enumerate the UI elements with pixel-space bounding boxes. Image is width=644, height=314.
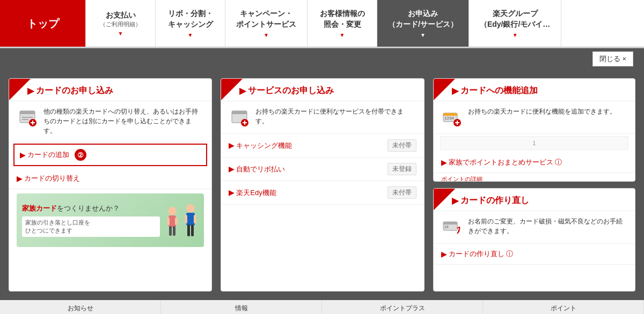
svg-rect-14 xyxy=(186,213,195,226)
svg-rect-10 xyxy=(175,218,178,225)
service-item-revolving-left: ▶ 自動でリボ払い xyxy=(229,165,285,174)
service-item-edy[interactable]: ▶ 楽天Edy機能 未付帯 xyxy=(221,181,423,205)
nav-item-top[interactable]: トップ xyxy=(0,0,86,47)
service-item-revolving[interactable]: ▶ 自動でリボ払い 未登録 xyxy=(221,158,423,181)
card-apply-desc: 他の種類の楽天カードへの切り替え、あるいはお手持ちのカードとは別にカードを申し込… xyxy=(9,101,211,141)
card-add-label: カードの追加 xyxy=(27,150,69,160)
service-cashing-label: キャッシング機能 xyxy=(236,141,292,151)
bottom-tab-news[interactable]: お知らせ xyxy=(0,300,161,314)
card-remake-title: ▶ カードの作り直し xyxy=(441,195,627,206)
svg-text:24: 24 xyxy=(444,225,449,229)
family-card-rest: をつくりませんか？ xyxy=(57,204,120,212)
nav-label-payment: お支払い xyxy=(106,10,136,21)
card-remake-link-label: カードの作り直し ⓘ xyxy=(449,249,514,259)
nav-label-rakuten: 楽天グループ（Edy/銀行/モバイ… xyxy=(480,9,550,29)
card-remake: ▶ カードの作り直し 24 お名前のご変更、カード破損・磁気不良などのお手続きが… xyxy=(433,188,635,291)
nav-sublabel-payment: （ご利用明細） xyxy=(100,20,141,28)
main-content: ▶ カードのお申し込み 他の種類の楽天カードへの切り替え、あるいはお手持ちのカー… xyxy=(0,70,644,300)
header-nav: トップ お支払い （ご利用明細） ▼ リボ・分割・キャッシング ▼ キャンペーン… xyxy=(0,0,644,48)
card-service-icon xyxy=(229,107,250,128)
svg-rect-16 xyxy=(194,215,196,223)
nav-arrow-rakuten: ▼ xyxy=(513,32,518,38)
svg-point-7 xyxy=(168,207,177,215)
service-arrow-icon: ▶ xyxy=(239,86,246,96)
card-switch-link[interactable]: ▶ カードの切り替え xyxy=(9,168,211,189)
svg-point-13 xyxy=(186,204,195,213)
svg-rect-15 xyxy=(185,215,187,223)
card-apply-header: ▶ カードのお申し込み xyxy=(9,79,211,101)
nav-item-rakuten[interactable]: 楽天グループ（Edy/銀行/モバイ… ▼ xyxy=(469,0,561,47)
card-switch-label: カードの切り替え xyxy=(24,174,80,183)
bottom-tab-point-label: ポイント xyxy=(551,304,576,313)
nav-arrow-apply: ▼ xyxy=(420,32,426,38)
card-feature-desc: 1234 お持ちの楽天カードに便利な機能を追加できます。 xyxy=(434,101,635,134)
service-edy-label: 楽天Edy機能 xyxy=(236,188,276,198)
bottom-tab-pointplus[interactable]: ポイントプラス xyxy=(322,300,483,314)
service-revolving-label: 自動でリボ払い xyxy=(236,165,285,174)
nav-arrow-payment: ▼ xyxy=(118,31,123,36)
svg-rect-1 xyxy=(20,111,35,114)
family-card-subdesc: 家族の引き落とし口座をひとつにできます xyxy=(22,216,160,237)
card-remake-desc: 24 お名前のご変更、カード破損・磁気不良などのお手続きができます。 xyxy=(434,211,635,244)
card-remake-header: ▶ カードの作り直し xyxy=(434,189,635,211)
card-add-link[interactable]: ▶ カードの追加 ② xyxy=(13,144,207,166)
nav-item-customer[interactable]: お客様情報の照会・変更 ▼ xyxy=(308,0,377,47)
card-switch-arrow: ▶ xyxy=(17,175,22,183)
service-item-edy-left: ▶ 楽天Edy機能 xyxy=(229,188,276,198)
nav-arrow-revolving: ▼ xyxy=(188,32,193,38)
card-service-title: ▶ サービスのお申し込み xyxy=(229,85,416,96)
card-feature-link[interactable]: ▶ 家族でポイントおまとめサービス ⓘ xyxy=(434,152,635,173)
feature-link-arrow: ▶ xyxy=(441,159,447,167)
nav-label-top: トップ xyxy=(27,16,59,31)
nav-label-revolving: リボ・分割・キャッシング xyxy=(168,9,213,29)
corner-triangle-remake xyxy=(434,189,455,210)
service-item-cashing[interactable]: ▶ キャッシング機能 未付帯 xyxy=(221,134,423,158)
card-feature-text: お持ちの楽天カードに便利な機能を追加できます。 xyxy=(468,107,616,128)
bottom-tab-info[interactable]: 情報 xyxy=(161,300,322,314)
close-button[interactable]: 閉じる × xyxy=(592,51,633,66)
card-remake-text: お名前のご変更、カード破損・磁気不良などのお手続きができます。 xyxy=(468,216,627,238)
service-item-cashing-left: ▶ キャッシング機能 xyxy=(229,141,292,151)
family-card-highlight: 家族カード xyxy=(22,204,57,212)
bottom-tab-point[interactable]: ポイント xyxy=(483,300,644,314)
card-apply-icon xyxy=(17,107,38,128)
svg-rect-18 xyxy=(191,225,194,236)
family-card-banner-inner: 家族カードをつくりませんか？ 家族の引き落とし口座をひとつにできます xyxy=(17,193,204,247)
nav-item-revolving[interactable]: リボ・分割・キャッシング ▼ xyxy=(156,0,225,47)
card-feature-link-label: 家族でポイントおまとめサービス ⓘ xyxy=(449,158,562,167)
nav-item-payment[interactable]: お支払い （ご利用明細） ▼ xyxy=(86,0,156,47)
svg-rect-20 xyxy=(232,111,247,114)
nav-item-apply[interactable]: お申込み（カード/サービス） ▼ xyxy=(377,0,469,47)
card-feature-icon: 1234 xyxy=(441,107,463,128)
bottom-tab-info-label: 情報 xyxy=(235,304,248,313)
card-service: ▶ サービスのお申し込み お持ちの楽天カードに便利なサービスを付帯できます。 ▶… xyxy=(221,78,424,291)
figure-woman xyxy=(164,206,180,238)
point-detail-link[interactable]: ポイントの詳細 xyxy=(434,173,635,182)
family-card-banner[interactable]: 家族カードをつくりませんか？ 家族の引き落とし口座をひとつにできます xyxy=(17,193,204,247)
bottom-tab-pointplus-label: ポイントプラス xyxy=(380,304,425,313)
card-apply-title: ▶ カードのお申し込み xyxy=(17,85,204,96)
nav-arrow-customer: ▼ xyxy=(340,32,345,38)
bottom-tab-news-label: お知らせ xyxy=(68,304,93,313)
service-cashing-arrow: ▶ xyxy=(229,141,234,149)
card-add-badge: ② xyxy=(75,149,86,161)
feature-arrow-icon: ▶ xyxy=(452,86,458,96)
svg-rect-9 xyxy=(167,218,170,225)
card-service-header: ▶ サービスのお申し込み xyxy=(221,79,423,101)
point-summary-placeholder: 1 xyxy=(440,136,628,150)
nav-arrow-campaign: ▼ xyxy=(264,32,269,38)
card-remake-link[interactable]: ▶ カードの作り直し ⓘ xyxy=(434,244,635,265)
svg-rect-11 xyxy=(169,226,172,236)
card-remake-icon: 24 xyxy=(441,216,463,238)
service-edy-arrow: ▶ xyxy=(229,189,234,197)
svg-rect-12 xyxy=(173,226,175,236)
family-card-figures xyxy=(164,203,199,238)
service-cashing-badge: 未付帯 xyxy=(387,139,416,152)
card-add-arrow: ▶ xyxy=(20,151,25,159)
nav-item-campaign[interactable]: キャンペーン・ポイントサービス ▼ xyxy=(225,0,308,47)
nav-label-customer: お客様情報の照会・変更 xyxy=(320,9,365,29)
card-feature-header: ▶ カードへの機能追加 xyxy=(434,79,635,101)
svg-rect-8 xyxy=(169,215,176,227)
figure-man xyxy=(182,203,199,238)
arrow-icon: ▶ xyxy=(27,86,34,96)
